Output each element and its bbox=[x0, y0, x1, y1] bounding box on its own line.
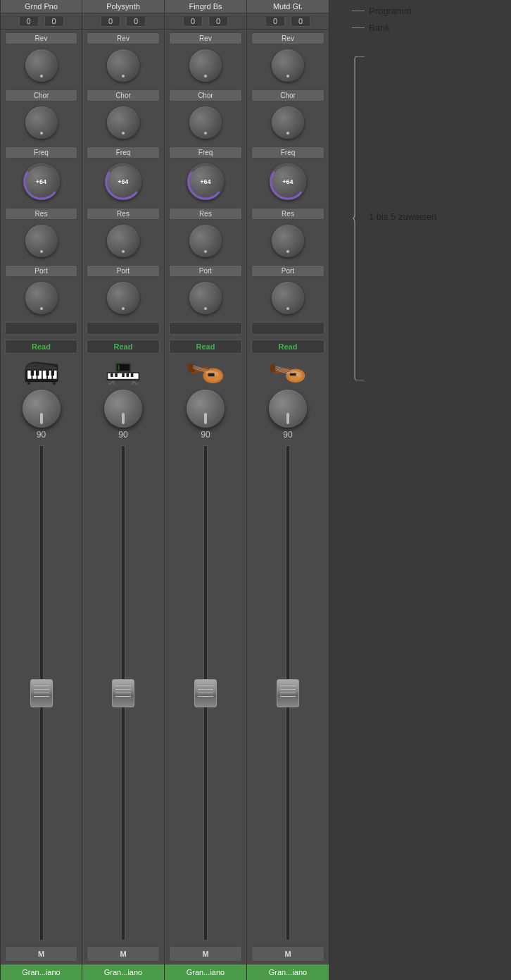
brace-svg bbox=[352, 56, 366, 380]
fader-handle-2[interactable] bbox=[112, 679, 134, 707]
port-knob-2[interactable] bbox=[105, 280, 141, 316]
res-btn-1[interactable]: Res bbox=[5, 208, 78, 220]
res-knob-2[interactable] bbox=[105, 223, 141, 259]
prog-bank-row-4: 0 0 bbox=[247, 13, 329, 30]
vol-knob-4[interactable] bbox=[269, 390, 307, 428]
chor-knob-3[interactable] bbox=[187, 104, 224, 141]
res-knob-1[interactable] bbox=[23, 223, 60, 259]
port-knob-dial-3 bbox=[189, 282, 222, 314]
prog-num-3[interactable]: 0 bbox=[183, 15, 203, 27]
vol-knob-2[interactable] bbox=[104, 390, 142, 428]
chor-knob-1[interactable] bbox=[23, 104, 60, 141]
fader-handle-3[interactable] bbox=[194, 679, 217, 707]
port-btn-3[interactable]: Port bbox=[169, 265, 242, 277]
channel-3-name: Fingrd Bs bbox=[165, 0, 246, 13]
res-knob-dial-3 bbox=[189, 225, 222, 257]
rev-knob-dial-4 bbox=[272, 49, 304, 82]
res-knob-4[interactable] bbox=[270, 223, 306, 259]
bank-num-3[interactable]: 0 bbox=[208, 15, 228, 27]
chor-knob-dot-4 bbox=[286, 132, 289, 135]
rev-btn-2[interactable]: Rev bbox=[87, 32, 160, 44]
programm-label: Programm bbox=[369, 6, 412, 16]
freq-knob-dial-1: +64 bbox=[23, 163, 60, 200]
vol-knob-1[interactable] bbox=[23, 390, 61, 428]
channel-2-name: Polysynth bbox=[82, 0, 164, 13]
port-knob-dial-2 bbox=[107, 282, 139, 314]
sep-bar-3 bbox=[169, 322, 242, 335]
chor-btn-1[interactable]: Chor bbox=[5, 89, 78, 101]
sep-bar-2 bbox=[87, 322, 160, 335]
freq-knob-2[interactable]: +64 bbox=[103, 161, 144, 202]
freq-knob-4[interactable]: +64 bbox=[267, 161, 308, 202]
svg-rect-26 bbox=[122, 373, 125, 377]
rev-btn-1[interactable]: Rev bbox=[5, 32, 78, 44]
guitar-svg-4 bbox=[269, 358, 307, 385]
freq-btn-4[interactable]: Freq bbox=[251, 147, 324, 159]
read-btn-4[interactable]: Read bbox=[251, 340, 324, 354]
read-btn-2[interactable]: Read bbox=[87, 340, 160, 354]
mute-btn-4[interactable]: M bbox=[251, 946, 324, 962]
prog-num-1[interactable]: 0 bbox=[19, 15, 39, 27]
svg-rect-25 bbox=[115, 373, 118, 377]
prog-bank-row-2: 0 0 bbox=[82, 13, 164, 30]
port-btn-1[interactable]: Port bbox=[5, 265, 78, 277]
res-btn-4[interactable]: Res bbox=[251, 208, 324, 220]
rev-knob-dot-2 bbox=[122, 75, 125, 77]
freq-knob-3[interactable]: +64 bbox=[185, 161, 226, 202]
chor-btn-2[interactable]: Chor bbox=[87, 89, 160, 101]
prog-num-2[interactable]: 0 bbox=[101, 15, 120, 27]
vol-knob-3[interactable] bbox=[187, 390, 225, 428]
instrument-icon-1 bbox=[23, 357, 61, 385]
freq-btn-3[interactable]: Freq bbox=[169, 147, 242, 159]
read-btn-3[interactable]: Read bbox=[169, 340, 242, 354]
chor-knob-2[interactable] bbox=[105, 104, 141, 141]
chor-btn-3[interactable]: Chor bbox=[169, 89, 242, 101]
freq-knob-dial-4: +64 bbox=[270, 163, 306, 200]
freq-btn-1[interactable]: Freq bbox=[5, 147, 78, 159]
fader-handle-4[interactable] bbox=[277, 679, 299, 707]
fader-track-4 bbox=[286, 445, 290, 941]
bank-num-4[interactable]: 0 bbox=[291, 15, 310, 27]
res-knob-3[interactable] bbox=[187, 223, 224, 259]
vol-knob-dot-3 bbox=[204, 413, 207, 424]
res-btn-2[interactable]: Res bbox=[87, 208, 160, 220]
fader-lines-4 bbox=[277, 680, 298, 702]
rev-btn-4[interactable]: Rev bbox=[251, 32, 324, 44]
rev-btn-3[interactable]: Rev bbox=[169, 32, 242, 44]
vol-knob-dot-1 bbox=[40, 413, 43, 424]
port-knob-1[interactable] bbox=[23, 280, 60, 316]
bank-num-2[interactable]: 0 bbox=[126, 15, 146, 27]
chor-knob-4[interactable] bbox=[270, 104, 306, 141]
chor-knob-dial-3 bbox=[189, 106, 222, 139]
res-btn-3[interactable]: Res bbox=[169, 208, 242, 220]
port-btn-4[interactable]: Port bbox=[251, 265, 324, 277]
freq-btn-2[interactable]: Freq bbox=[87, 147, 160, 159]
prog-num-4[interactable]: 0 bbox=[265, 15, 285, 27]
svg-rect-24 bbox=[111, 373, 113, 377]
mute-btn-1[interactable]: M bbox=[5, 946, 78, 962]
rev-knob-dot-3 bbox=[204, 75, 207, 77]
rev-knob-4[interactable] bbox=[270, 47, 306, 84]
channel-3: Fingrd Bs 0 0 Rev Chor Freq +64 bbox=[165, 0, 247, 980]
read-btn-1[interactable]: Read bbox=[5, 340, 78, 354]
port-knob-3[interactable] bbox=[187, 280, 224, 316]
port-knob-4[interactable] bbox=[270, 280, 306, 316]
fader-section-1 bbox=[1, 442, 82, 943]
rev-knob-dial-2 bbox=[107, 49, 139, 82]
rev-knob-3[interactable] bbox=[187, 47, 224, 84]
rev-knob-2[interactable] bbox=[105, 47, 141, 84]
chor-btn-4[interactable]: Chor bbox=[251, 89, 324, 101]
freq-knob-1[interactable]: +64 bbox=[21, 161, 62, 202]
bank-annotation: Bank bbox=[352, 23, 390, 33]
rev-knob-1[interactable] bbox=[23, 47, 60, 84]
freq-value-4: +64 bbox=[282, 178, 293, 185]
res-knob-dot-1 bbox=[40, 250, 43, 253]
instrument-icon-4 bbox=[269, 357, 307, 385]
mute-btn-3[interactable]: M bbox=[169, 946, 242, 962]
bank-num-1[interactable]: 0 bbox=[44, 15, 64, 27]
bass-guitar-svg-3 bbox=[187, 358, 225, 385]
freq-value-3: +64 bbox=[200, 178, 210, 185]
fader-handle-1[interactable] bbox=[30, 679, 53, 707]
port-btn-2[interactable]: Port bbox=[87, 265, 160, 277]
mute-btn-2[interactable]: M bbox=[87, 946, 160, 962]
